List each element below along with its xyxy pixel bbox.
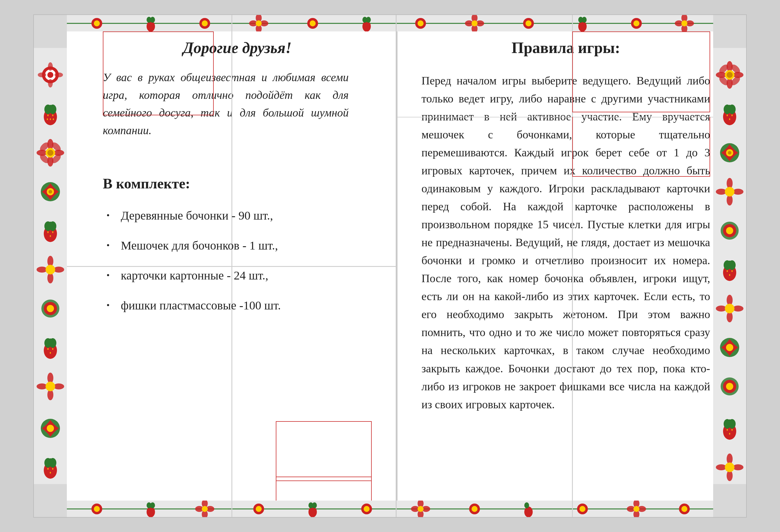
svg-point-14 [48,105,53,112]
svg-point-44 [46,265,55,274]
svg-point-59 [46,382,55,391]
left-page-title: Дорогие друзья! [103,39,372,57]
left-floral-svg [34,15,67,517]
svg-point-61 [47,425,54,432]
svg-point-10 [55,72,63,77]
svg-point-53 [52,348,53,350]
items-list: Деревянные бочонки - 90 шт., Мешочек для… [103,201,372,321]
svg-point-9 [38,72,46,77]
right-page: Правила игры: Перед началом игры выберит… [397,15,746,517]
svg-point-52 [47,348,49,350]
svg-point-54 [50,352,51,354]
svg-point-38 [52,231,53,233]
red-box-bottom-right [276,421,372,481]
red-box-bottom-right-2 [276,477,372,500]
svg-point-47 [47,305,54,312]
svg-point-39 [50,235,51,237]
item-2: Мешочек для бочонков - 1 шт., [103,231,372,261]
left-border-decoration [34,15,67,517]
svg-point-68 [50,472,51,474]
spread: 10" fill="#2d7a2d"/> Дорогие друзья! [33,14,747,518]
svg-point-36 [48,222,53,229]
svg-point-51 [48,338,53,346]
svg-point-8 [48,79,53,88]
corner-top-left [34,15,67,48]
rules-text: Перед началом игры выберите ведущего. Ве… [422,71,710,413]
svg-point-7 [48,62,53,71]
svg-point-19 [53,118,54,120]
left-items-section: В комплекте: Деревянные бочонки - 90 шт.… [103,175,372,321]
svg-point-6 [47,72,53,78]
svg-point-65 [48,458,53,466]
svg-point-15 [47,114,49,116]
item-4: фишки пластмассовые -100 шт. [103,290,372,321]
right-page-v-divider [572,15,573,517]
svg-point-18 [47,118,48,120]
svg-point-67 [52,468,53,470]
svg-point-32 [49,190,52,194]
svg-point-66 [47,468,49,470]
svg-point-37 [47,231,49,233]
left-page: Дорогие друзья! У вас в руках общеизвест… [67,15,397,517]
svg-point-17 [50,118,51,120]
items-section-title: В комплекте: [103,175,372,192]
right-page-h-divider-top [397,117,713,117]
right-page-title: Правила игры: [422,39,710,57]
left-intro-text: У вас в руках общеизвестная и любимая вс… [103,69,349,139]
page-container: 10" fill="#2d7a2d"/> Дорогие друзья! [0,0,780,532]
svg-point-29 [47,150,53,156]
item-3: карточки картонные - 24 шт., [103,261,372,290]
right-content: Правила игры: Перед началом игры выберит… [422,39,710,413]
corner-bottom-left [34,484,67,517]
item-1: Деревянные бочонки - 90 шт., [103,201,372,231]
svg-point-16 [52,114,53,116]
